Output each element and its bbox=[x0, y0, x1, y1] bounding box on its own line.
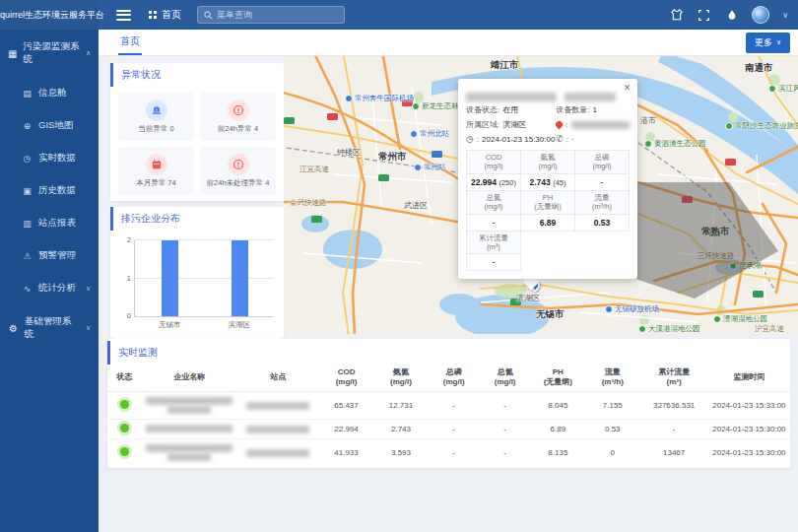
search-input[interactable] bbox=[217, 10, 338, 20]
menu-search[interactable] bbox=[197, 6, 345, 24]
map-label: 金武快速路 bbox=[290, 198, 327, 208]
map-label: 新龙生态林 bbox=[412, 101, 459, 111]
sidebar-item-info-cabin[interactable]: ▤ 信息舱 bbox=[0, 77, 99, 109]
breadcrumb[interactable]: 首页 bbox=[149, 8, 181, 22]
chevron-down-icon: ∨ bbox=[86, 324, 91, 332]
table-cell: 0 bbox=[585, 438, 639, 466]
stat-card-current-abnormal[interactable]: 当前异常 0 bbox=[118, 93, 194, 141]
tab-home[interactable]: 首页 bbox=[118, 30, 142, 55]
sidebar-item-warning-mgmt[interactable]: ⚠ 预警管理 bbox=[0, 239, 99, 272]
sidebar-section-pollution-monitor[interactable]: ▦ 污染源监测系统 ∧ bbox=[0, 30, 99, 77]
enterprise-name-redacted bbox=[142, 438, 237, 466]
sidebar-item-history-data[interactable]: ▣ 历史数据 bbox=[0, 174, 99, 207]
stat-card-prev24h-abnormal[interactable]: 前24h异常 4 bbox=[200, 93, 276, 141]
table-cell: - bbox=[640, 419, 708, 438]
table-cell: 22.994 bbox=[319, 419, 373, 438]
sidebar-item-label: 统计分析 bbox=[38, 282, 76, 295]
sidebar-item-label: 站点报表 bbox=[38, 217, 76, 230]
poi-blue-marker-icon bbox=[605, 305, 613, 313]
device-status-value: 在用 bbox=[502, 104, 518, 115]
more-button[interactable]: 更多 ∨ bbox=[746, 33, 790, 53]
map-label: 无锡市 bbox=[536, 308, 565, 321]
table-cell: 8.045 bbox=[531, 391, 585, 419]
map-label: 沪宜高速 bbox=[755, 324, 784, 334]
hamburger-menu-icon[interactable] bbox=[116, 10, 131, 21]
stat-card-month-abnormal[interactable]: 本月异常 74 bbox=[118, 147, 194, 195]
station-name-redacted bbox=[237, 419, 319, 438]
sidebar-item-realtime-data[interactable]: ◷ 实时数据 bbox=[0, 142, 99, 174]
stat-card-prev24h-unhandled[interactable]: 前24h未处理异常 4 bbox=[200, 147, 276, 195]
poi-green-marker-icon bbox=[729, 262, 737, 270]
sidebar-item-label: 信息舱 bbox=[38, 87, 67, 100]
sidebar-item-stat-analysis[interactable]: ∿ 统计分析 ∨ bbox=[0, 272, 99, 304]
stat-label: 本月异常 74 bbox=[136, 178, 175, 188]
calendar-icon bbox=[146, 154, 167, 175]
theme-skin-icon[interactable] bbox=[669, 8, 684, 23]
exclamation-circle-icon bbox=[228, 154, 249, 175]
warning-bell-icon: ⚠ bbox=[22, 251, 33, 261]
table-row[interactable]: 65.43712.731--8.0457.155327636.5312024-0… bbox=[107, 391, 790, 419]
map-label: 港市 bbox=[640, 115, 656, 126]
dashboard-icon: ▤ bbox=[22, 89, 33, 99]
table-cell: - bbox=[480, 419, 531, 438]
table-cell: 41.933 bbox=[319, 438, 373, 466]
abnormal-status-panel: 异常状况 当前异常 0 前24h异常 4 bbox=[110, 63, 284, 201]
alert-circle-icon bbox=[228, 100, 249, 121]
y-axis-tick: 1 bbox=[127, 273, 131, 282]
table-cell: - bbox=[480, 438, 531, 466]
sidebar-section-base-mgmt[interactable]: ⚙ 基础管理系统 ∨ bbox=[0, 304, 99, 352]
map-label: 常州北站 bbox=[410, 129, 449, 139]
breadcrumb-home: 首页 bbox=[162, 8, 181, 22]
sidebar-section-label: 污染源监测系统 bbox=[23, 40, 79, 66]
map-label: 靖江市 bbox=[491, 59, 519, 72]
history-icon: ▣ bbox=[22, 186, 33, 196]
sidebar-item-gis-map[interactable]: ⊕ GIS地图 bbox=[0, 109, 99, 142]
user-avatar[interactable] bbox=[752, 6, 769, 24]
sidebar-section-label: 基础管理系统 bbox=[25, 315, 80, 341]
poi-blue-marker-icon bbox=[414, 164, 422, 171]
table-cell: 65.437 bbox=[319, 391, 373, 419]
flame-icon[interactable] bbox=[724, 8, 739, 23]
more-label: 更多 bbox=[755, 36, 772, 49]
main-content: 异常状况 当前异常 0 前24h异常 4 bbox=[99, 56, 798, 532]
panel-title-abnormal: 异常状况 bbox=[110, 63, 284, 87]
status-ok-dot bbox=[120, 424, 129, 432]
clock-icon: ◷ bbox=[22, 154, 33, 164]
search-icon bbox=[204, 11, 213, 20]
table-cell: 12.731 bbox=[373, 391, 428, 419]
enterprise-name-redacted bbox=[142, 391, 237, 419]
map-label: 漕湖湿地公园 bbox=[713, 314, 767, 324]
table-row[interactable]: 41.9333.593--8.1350134672024-01-23 15:30… bbox=[107, 438, 790, 466]
map-label: 常熟市 bbox=[701, 226, 730, 238]
bar-chart: 012无锡市滨湖区 bbox=[134, 240, 274, 317]
close-icon[interactable]: × bbox=[624, 82, 631, 94]
region-label: 所属区域: bbox=[466, 119, 499, 130]
map-label: 无锡硕放机场 bbox=[605, 304, 659, 314]
enterprise-distribution-panel: 排污企业分布 012无锡市滨湖区 bbox=[110, 207, 284, 339]
report-chart-icon: ▥ bbox=[22, 219, 33, 229]
sidebar-item-label: GIS地图 bbox=[38, 119, 73, 132]
map-label: 常州站 bbox=[414, 163, 446, 172]
table-cell: - bbox=[429, 438, 480, 466]
map-label: 钟楼区 bbox=[337, 147, 361, 158]
gis-map[interactable]: 靖江市南通市滨江风光带常州奔牛国际机场新龙生态林常州北站港市黄泗浦生态公园常阴沙… bbox=[284, 56, 798, 334]
table-row[interactable]: 22.9942.743--6.890.53-2024-01-23 15:30:0… bbox=[107, 419, 790, 438]
device-count-value: 1 bbox=[593, 105, 597, 114]
chevron-down-icon: ∨ bbox=[86, 285, 91, 293]
y-axis-tick: 0 bbox=[127, 311, 131, 320]
gis-map-icon: ⊕ bbox=[22, 121, 33, 131]
table-cell: 13467 bbox=[640, 438, 708, 466]
user-menu-caret-icon[interactable]: ∨ bbox=[782, 11, 788, 20]
sidebar-item-station-report[interactable]: ▥ 站点报表 bbox=[0, 207, 99, 239]
gear-icon: ⚙ bbox=[8, 323, 19, 334]
poi-green-marker-icon bbox=[644, 140, 652, 148]
sidebar-item-label: 实时数据 bbox=[38, 152, 76, 165]
map-label: 大溪港湿地公园 bbox=[638, 324, 700, 334]
popup-phone: · bbox=[571, 135, 574, 144]
table-cell: 8.135 bbox=[531, 438, 585, 466]
realtime-monitor-panel: 实时监测 状态 企业名称 站点 COD(mg/l) 氨氮(mg/l) 总磷(mg… bbox=[107, 339, 790, 468]
table-cell: - bbox=[429, 419, 480, 438]
siren-icon bbox=[146, 100, 167, 121]
fullscreen-icon[interactable] bbox=[697, 8, 711, 23]
map-info-popup: × 设备状态:在用 设备数量:1 所属区域:滨湖区 : ◷:2024-01-23… bbox=[458, 79, 637, 279]
